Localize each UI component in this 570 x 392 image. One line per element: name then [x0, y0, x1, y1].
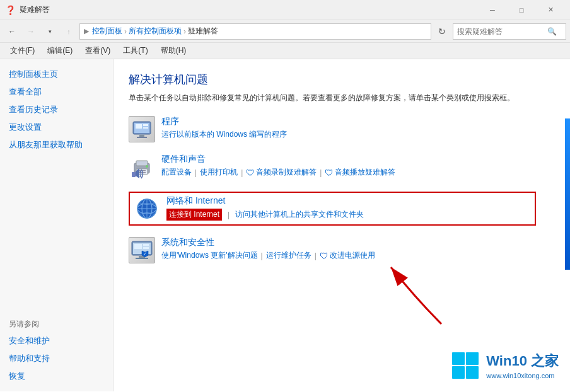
titlebar: ❓ 疑难解答 ─ □ ✕: [0, 0, 570, 20]
sidebar-item-settings[interactable]: 更改设置: [0, 118, 113, 136]
svg-rect-32: [466, 352, 479, 365]
category-system: ✓ 系统和安全性 使用'Windows 更新'解决问题 | 运行维护任务 | 🛡…: [129, 237, 555, 263]
breadcrumb: ▶ 控制面板 › 所有控制面板项 › 疑难解答: [79, 23, 431, 40]
sidebar-item-home[interactable]: 控制面板主页: [0, 66, 113, 83]
maximize-button[interactable]: □: [507, 0, 536, 20]
svg-rect-5: [139, 135, 144, 137]
watermark-text-block: Win10 之家 www.win10xitong.com: [486, 352, 559, 379]
arrow-overlay: [366, 255, 467, 330]
category-program: 程序 运行以前版本的 Windows 编写的程序: [129, 116, 555, 142]
menu-help[interactable]: 帮助(H): [154, 44, 193, 58]
category-system-link[interactable]: 系统和安全性: [161, 237, 375, 248]
svg-rect-8: [136, 161, 148, 166]
breadcrumb-allitems[interactable]: 所有控制面板项: [129, 26, 182, 37]
watermark-url: www.win10xitong.com: [486, 372, 559, 379]
category-program-text: 程序 运行以前版本的 Windows 编写的程序: [161, 116, 287, 140]
svg-rect-33: [452, 366, 465, 379]
titlebar-title: 疑难解答: [20, 4, 478, 15]
system-sublink-1[interactable]: 使用'Windows 更新'解决问题: [161, 250, 258, 261]
category-hardware-text: 硬件和声音 配置设备 | 使用打印机 | 🛡 音频录制疑难解答 | 🛡 音频播放…: [161, 154, 395, 178]
menubar: 文件(F) 编辑(E) 查看(V) 工具(T) 帮助(H): [0, 43, 570, 59]
category-program-link[interactable]: 程序: [161, 116, 287, 127]
menu-file[interactable]: 文件(F): [4, 44, 41, 58]
svg-rect-27: [136, 258, 148, 259]
category-program-icon: [129, 116, 155, 142]
category-network-link[interactable]: 网络和 Internet: [166, 195, 531, 207]
sidebar-item-friend-help[interactable]: 从朋友那里获取帮助: [0, 136, 113, 154]
svg-rect-2: [136, 124, 142, 129]
refresh-button[interactable]: ↻: [434, 23, 450, 40]
network-sublink-2[interactable]: 访问其他计算机上的共享文件和文件夹: [235, 209, 364, 220]
svg-rect-23: [134, 244, 142, 249]
svg-rect-13: [132, 172, 136, 177]
category-system-icon: ✓: [129, 237, 155, 263]
watermark: Win10 之家 www.win10xitong.com: [451, 351, 559, 380]
svg-rect-3: [143, 124, 148, 126]
search-bar: 🔍: [453, 23, 566, 40]
right-accent-bar: [565, 118, 570, 270]
hardware-sublink-2[interactable]: 使用打印机: [200, 167, 238, 178]
menu-tools[interactable]: 工具(T): [117, 44, 154, 58]
system-sublink-2[interactable]: 运行维护任务: [266, 250, 311, 261]
svg-rect-25: [143, 247, 149, 249]
content-area: 解决计算机问题 单击某个任务以自动排除和修复常见的计算机问题。若要查看更多的故障…: [113, 59, 570, 391]
main-layout: 控制面板主页 查看全部 查看历史记录 更改设置 从朋友那里获取帮助 另请参阅 安…: [0, 59, 570, 391]
titlebar-controls: ─ □ ✕: [478, 0, 565, 20]
hardware-sublink-1[interactable]: 配置设备: [161, 167, 192, 178]
breadcrumb-current: 疑难解答: [188, 26, 218, 37]
dropdown-button[interactable]: ▾: [42, 23, 58, 40]
shield-icon-3: 🛡: [320, 251, 329, 261]
search-button[interactable]: 🔍: [545, 25, 558, 38]
close-button[interactable]: ✕: [536, 0, 565, 20]
up-button[interactable]: ↑: [61, 23, 77, 40]
category-network-text: 网络和 Internet 连接到 Internet | 访问其他计算机上的共享文…: [166, 195, 531, 221]
sidebar-item-restore[interactable]: 恢复: [0, 367, 113, 385]
category-program-links: 运行以前版本的 Windows 编写的程序: [161, 129, 287, 140]
address-bar: ← → ▾ ↑ ▶ 控制面板 › 所有控制面板项 › 疑难解答 ↻ 🔍: [0, 20, 570, 43]
category-hardware-icon: [129, 154, 155, 180]
sidebar-item-helpsupport[interactable]: 帮助和支持: [0, 350, 113, 367]
svg-rect-24: [143, 244, 149, 246]
menu-edit[interactable]: 编辑(E): [41, 44, 79, 58]
titlebar-icon: ❓: [5, 5, 16, 15]
category-hardware-link[interactable]: 硬件和声音: [161, 154, 395, 165]
program-sublink-1[interactable]: 运行以前版本的 Windows 编写的程序: [161, 129, 287, 140]
search-input[interactable]: [457, 27, 545, 36]
page-description: 单击某个任务以自动排除和修复常见的计算机问题。若要查看更多的故障修复方案，请单击…: [129, 92, 555, 103]
menu-view[interactable]: 查看(V): [79, 44, 117, 58]
svg-rect-34: [466, 366, 479, 379]
svg-point-12: [146, 165, 148, 168]
shield-icon-1: 🛡: [246, 168, 255, 178]
watermark-brand: Win10 之家: [486, 352, 559, 371]
breadcrumb-controlpanel[interactable]: 控制面板: [92, 26, 122, 37]
win-logo-icon: [451, 351, 480, 380]
sidebar-item-security[interactable]: 安全和维护: [0, 332, 113, 350]
page-title: 解决计算机问题: [129, 72, 555, 87]
forward-button[interactable]: →: [23, 23, 39, 40]
shield-icon-2: 🛡: [325, 168, 334, 178]
category-hardware: 硬件和声音 配置设备 | 使用打印机 | 🛡 音频录制疑难解答 | 🛡 音频播放…: [129, 154, 555, 180]
sidebar: 控制面板主页 查看全部 查看历史记录 更改设置 从朋友那里获取帮助 另请参阅 安…: [0, 59, 113, 391]
back-button[interactable]: ←: [4, 23, 20, 40]
network-sublink-1[interactable]: 连接到 Internet: [166, 209, 222, 221]
category-system-text: 系统和安全性 使用'Windows 更新'解决问题 | 运行维护任务 | 🛡 改…: [161, 237, 375, 261]
sidebar-also-section: 另请参阅: [0, 310, 113, 332]
svg-rect-31: [452, 352, 465, 365]
svg-rect-4: [143, 127, 148, 129]
hardware-sublink-3[interactable]: 音频录制疑难解答: [256, 167, 317, 178]
svg-text:✓: ✓: [143, 251, 147, 256]
category-system-links: 使用'Windows 更新'解决问题 | 运行维护任务 | 🛡 改进电源使用: [161, 250, 375, 261]
category-network-links: 连接到 Internet | 访问其他计算机上的共享文件和文件夹: [166, 209, 531, 221]
category-hardware-links: 配置设备 | 使用打印机 | 🛡 音频录制疑难解答 | 🛡 音频播放疑难解答: [161, 167, 395, 178]
sidebar-item-viewall[interactable]: 查看全部: [0, 83, 113, 101]
hardware-sublink-4[interactable]: 音频播放疑难解答: [335, 167, 395, 178]
category-network-icon: [134, 195, 160, 222]
system-sublink-3[interactable]: 改进电源使用: [330, 250, 375, 261]
minimize-button[interactable]: ─: [478, 0, 507, 20]
sidebar-item-history[interactable]: 查看历史记录: [0, 101, 113, 118]
svg-rect-6: [137, 137, 147, 138]
category-network-highlight: 网络和 Internet 连接到 Internet | 访问其他计算机上的共享文…: [129, 192, 536, 226]
